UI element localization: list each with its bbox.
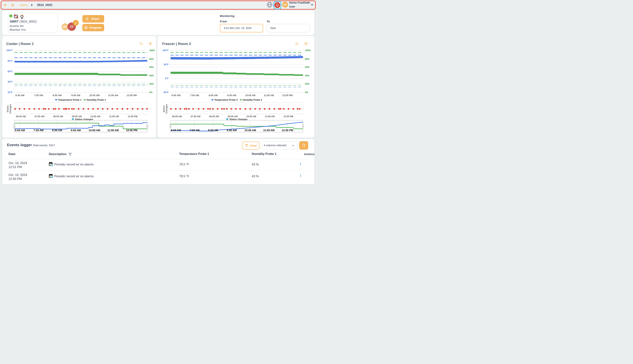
svg-text:60%: 60% <box>305 66 309 68</box>
svg-text:100°F: 100°F <box>162 49 168 52</box>
svg-text:11:00 AM: 11:00 AM <box>263 129 274 132</box>
svg-text:9:00 AM: 9:00 AM <box>71 94 80 97</box>
svg-text:06:00 AM: 06:00 AM <box>16 115 26 118</box>
svg-text:11:00 AM: 11:00 AM <box>109 115 119 118</box>
svg-text:9:00 AM: 9:00 AM <box>227 129 237 132</box>
svg-text:0%: 0% <box>149 91 153 94</box>
svg-text:StatusChanges: StatusChanges <box>162 104 168 114</box>
svg-text:11:00 AM: 11:00 AM <box>264 94 274 97</box>
svg-text:40°F: 40°F <box>8 80 13 83</box>
svg-text:80%: 80% <box>149 58 154 60</box>
svg-text:100%: 100% <box>305 49 311 52</box>
svg-text:8:00 AM: 8:00 AM <box>209 94 217 97</box>
svg-text:10:00 AM: 10:00 AM <box>245 94 255 97</box>
svg-text:10:00 AM: 10:00 AM <box>89 94 100 97</box>
svg-text:8:00 AM: 8:00 AM <box>208 129 218 132</box>
svg-text:20°F: 20°F <box>8 91 13 94</box>
svg-text:0%: 0% <box>305 91 308 94</box>
svg-text:8:00 AM: 8:00 AM <box>53 94 62 97</box>
svg-text:60%: 60% <box>149 66 154 68</box>
svg-text:6:00 AM: 6:00 AM <box>15 129 25 132</box>
svg-text:07:00 AM: 07:00 AM <box>35 115 44 118</box>
svg-text:12:00 PM: 12:00 PM <box>282 129 293 132</box>
svg-text:7:00 AM: 7:00 AM <box>189 129 199 132</box>
svg-text:20%: 20% <box>149 82 154 85</box>
svg-text:09:00 AM: 09:00 AM <box>228 115 237 118</box>
svg-text:Humidity Probe 1: Humidity Probe 1 <box>87 98 106 101</box>
svg-text:7:00 AM: 7:00 AM <box>34 94 43 97</box>
svg-text:11:00 AM: 11:00 AM <box>265 115 275 118</box>
svg-text:12:00 PM: 12:00 PM <box>126 129 138 132</box>
svg-text:60°F: 60°F <box>8 70 13 73</box>
svg-text:08:00 AM: 08:00 AM <box>53 115 63 118</box>
svg-text:10:00 AM: 10:00 AM <box>246 115 256 118</box>
svg-text:20%: 20% <box>305 82 309 85</box>
svg-text:10:00 AM: 10:00 AM <box>244 129 256 132</box>
svg-text:50°F: 50°F <box>164 63 168 66</box>
svg-text:40%: 40% <box>149 74 154 77</box>
svg-text:StatusChanges: StatusChanges <box>7 104 12 114</box>
svg-text:80°F: 80°F <box>8 60 13 62</box>
svg-text:0°F: 0°F <box>165 77 168 80</box>
svg-text:7:00 AM: 7:00 AM <box>190 94 199 97</box>
svg-text:100°F: 100°F <box>7 49 13 52</box>
svg-text:10:00 AM: 10:00 AM <box>89 129 100 132</box>
svg-text:-50°F: -50°F <box>163 91 168 94</box>
svg-text:09:00 AM: 09:00 AM <box>72 115 82 118</box>
svg-text:6:00 AM: 6:00 AM <box>171 94 180 97</box>
svg-text:8:00 AM: 8:00 AM <box>52 129 62 132</box>
svg-text:12:00 PM: 12:00 PM <box>283 115 293 118</box>
svg-text:12:00 PM: 12:00 PM <box>282 94 292 97</box>
svg-text:11:00 AM: 11:00 AM <box>108 94 118 97</box>
svg-text:Temperature Probe 2: Temperature Probe 2 <box>214 98 238 101</box>
svg-text:40%: 40% <box>305 74 309 77</box>
svg-text:11:00 AM: 11:00 AM <box>107 129 119 132</box>
svg-text:10:00 AM: 10:00 AM <box>90 115 100 118</box>
svg-text:9:00 AM: 9:00 AM <box>71 129 81 132</box>
svg-text:80%: 80% <box>305 58 309 60</box>
svg-text:08:00 AM: 08:00 AM <box>209 115 219 118</box>
svg-text:12:00 PM: 12:00 PM <box>128 115 138 118</box>
svg-text:100%: 100% <box>149 49 155 52</box>
svg-text:6:00 AM: 6:00 AM <box>171 129 181 132</box>
svg-text:07:00 AM: 07:00 AM <box>190 115 200 118</box>
svg-text:06:00 AM: 06:00 AM <box>172 115 182 118</box>
svg-text:6:00 AM: 6:00 AM <box>16 94 24 97</box>
svg-text:Temperature Probe 1: Temperature Probe 1 <box>58 98 81 101</box>
svg-text:Humidity Probe 2: Humidity Probe 2 <box>243 98 262 101</box>
svg-text:12:00 PM: 12:00 PM <box>127 94 137 97</box>
svg-text:9:00 AM: 9:00 AM <box>227 94 236 97</box>
svg-text:7:00 AM: 7:00 AM <box>34 129 44 132</box>
